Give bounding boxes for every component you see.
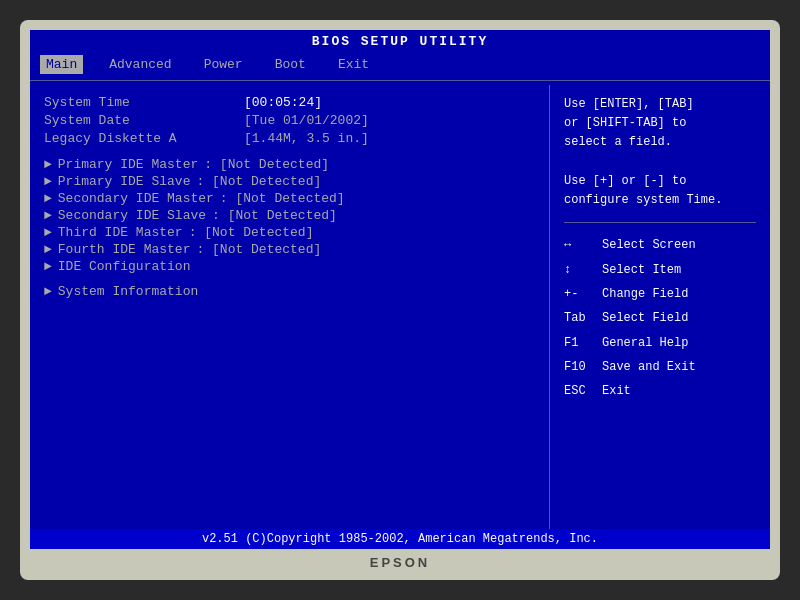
left-panel: System Time [00:05:24] System Date [Tue … bbox=[30, 85, 550, 529]
help-line-5: Use [+] or [-] to bbox=[564, 172, 756, 191]
right-panel: Use [ENTER], [TAB] or [SHIFT-TAB] to sel… bbox=[550, 85, 770, 529]
key-symbol-1: ↕ bbox=[564, 260, 594, 280]
key-row-6: ESC Exit bbox=[564, 381, 756, 401]
third-ide-master-value: : [Not Detected] bbox=[189, 225, 314, 240]
legacy-diskette-value[interactable]: [1.44M, 3.5 in.] bbox=[244, 131, 369, 146]
ide-configuration-label: IDE Configuration bbox=[58, 259, 191, 274]
key-row-5: F10 Save and Exit bbox=[564, 357, 756, 377]
help-line-1: Use [ENTER], [TAB] bbox=[564, 95, 756, 114]
key-symbol-3: Tab bbox=[564, 308, 594, 328]
secondary-ide-slave-row[interactable]: ► Secondary IDE Slave : [Not Detected] bbox=[44, 208, 535, 223]
ide-configuration-row[interactable]: ► IDE Configuration bbox=[44, 259, 535, 274]
system-information-label: System Information bbox=[58, 284, 198, 299]
key-symbol-5: F10 bbox=[564, 357, 594, 377]
menu-boot[interactable]: Boot bbox=[269, 55, 312, 74]
third-ide-master-label: Third IDE Master bbox=[58, 225, 183, 240]
arrow-icon-6: ► bbox=[44, 259, 52, 274]
menu-main[interactable]: Main bbox=[40, 55, 83, 74]
bios-screen: BIOS SETUP UTILITY Main Advanced Power B… bbox=[30, 30, 770, 549]
bios-title: BIOS SETUP UTILITY bbox=[312, 34, 488, 49]
right-divider bbox=[564, 222, 756, 223]
primary-ide-master-label: Primary IDE Master bbox=[58, 157, 198, 172]
key-symbol-0: ↔ bbox=[564, 235, 594, 255]
content-area: System Time [00:05:24] System Date [Tue … bbox=[30, 85, 770, 529]
primary-ide-master-value: : [Not Detected] bbox=[204, 157, 329, 172]
arrow-icon-0: ► bbox=[44, 157, 52, 172]
secondary-ide-slave-value: : [Not Detected] bbox=[212, 208, 337, 223]
key-symbol-2: +- bbox=[564, 284, 594, 304]
help-text-block: Use [ENTER], [TAB] or [SHIFT-TAB] to sel… bbox=[564, 95, 756, 210]
key-row-0: ↔ Select Screen bbox=[564, 235, 756, 255]
title-bar: BIOS SETUP UTILITY bbox=[30, 30, 770, 53]
key-desc-3: Select Field bbox=[602, 308, 688, 328]
help-line-4 bbox=[564, 153, 756, 172]
secondary-ide-master-row[interactable]: ► Secondary IDE Master : [Not Detected] bbox=[44, 191, 535, 206]
menu-advanced[interactable]: Advanced bbox=[103, 55, 177, 74]
menu-power[interactable]: Power bbox=[198, 55, 249, 74]
arrow-icon-2: ► bbox=[44, 191, 52, 206]
fourth-ide-master-row[interactable]: ► Fourth IDE Master : [Not Detected] bbox=[44, 242, 535, 257]
brand-label: EPSON bbox=[370, 555, 431, 570]
system-time-label: System Time bbox=[44, 95, 244, 110]
primary-ide-master-row[interactable]: ► Primary IDE Master : [Not Detected] bbox=[44, 157, 535, 172]
fourth-ide-master-value: : [Not Detected] bbox=[196, 242, 321, 257]
primary-ide-slave-value: : [Not Detected] bbox=[196, 174, 321, 189]
system-information-row[interactable]: ► System Information bbox=[44, 284, 535, 299]
legacy-diskette-row: Legacy Diskette A [1.44M, 3.5 in.] bbox=[44, 131, 535, 146]
primary-ide-slave-label: Primary IDE Slave bbox=[58, 174, 191, 189]
legacy-diskette-label: Legacy Diskette A bbox=[44, 131, 244, 146]
key-desc-5: Save and Exit bbox=[602, 357, 696, 377]
primary-ide-slave-row[interactable]: ► Primary IDE Slave : [Not Detected] bbox=[44, 174, 535, 189]
fourth-ide-master-label: Fourth IDE Master bbox=[58, 242, 191, 257]
key-desc-6: Exit bbox=[602, 381, 631, 401]
secondary-ide-slave-label: Secondary IDE Slave bbox=[58, 208, 206, 223]
key-desc-2: Change Field bbox=[602, 284, 688, 304]
arrow-icon-7: ► bbox=[44, 284, 52, 299]
key-symbol-6: ESC bbox=[564, 381, 594, 401]
key-row-4: F1 General Help bbox=[564, 333, 756, 353]
help-line-6: configure system Time. bbox=[564, 191, 756, 210]
key-desc-1: Select Item bbox=[602, 260, 681, 280]
system-date-row: System Date [Tue 01/01/2002] bbox=[44, 113, 535, 128]
arrow-icon-4: ► bbox=[44, 225, 52, 240]
footer-text: v2.51 (C)Copyright 1985-2002, American M… bbox=[202, 532, 598, 546]
third-ide-master-row[interactable]: ► Third IDE Master : [Not Detected] bbox=[44, 225, 535, 240]
menu-exit[interactable]: Exit bbox=[332, 55, 375, 74]
secondary-ide-master-value: : [Not Detected] bbox=[220, 191, 345, 206]
key-row-3: Tab Select Field bbox=[564, 308, 756, 328]
menu-bar: Main Advanced Power Boot Exit bbox=[30, 53, 770, 76]
footer-bar: v2.51 (C)Copyright 1985-2002, American M… bbox=[30, 529, 770, 549]
key-symbol-4: F1 bbox=[564, 333, 594, 353]
arrow-icon-1: ► bbox=[44, 174, 52, 189]
key-desc-0: Select Screen bbox=[602, 235, 696, 255]
monitor-bezel: BIOS SETUP UTILITY Main Advanced Power B… bbox=[20, 20, 780, 580]
arrow-icon-3: ► bbox=[44, 208, 52, 223]
secondary-ide-master-label: Secondary IDE Master bbox=[58, 191, 214, 206]
help-line-2: or [SHIFT-TAB] to bbox=[564, 114, 756, 133]
help-line-3: select a field. bbox=[564, 133, 756, 152]
key-row-1: ↕ Select Item bbox=[564, 260, 756, 280]
system-time-row: System Time [00:05:24] bbox=[44, 95, 535, 110]
system-date-value[interactable]: [Tue 01/01/2002] bbox=[244, 113, 369, 128]
key-row-2: +- Change Field bbox=[564, 284, 756, 304]
arrow-icon-5: ► bbox=[44, 242, 52, 257]
key-desc-4: General Help bbox=[602, 333, 688, 353]
system-date-label: System Date bbox=[44, 113, 244, 128]
system-time-value[interactable]: [00:05:24] bbox=[244, 95, 322, 110]
